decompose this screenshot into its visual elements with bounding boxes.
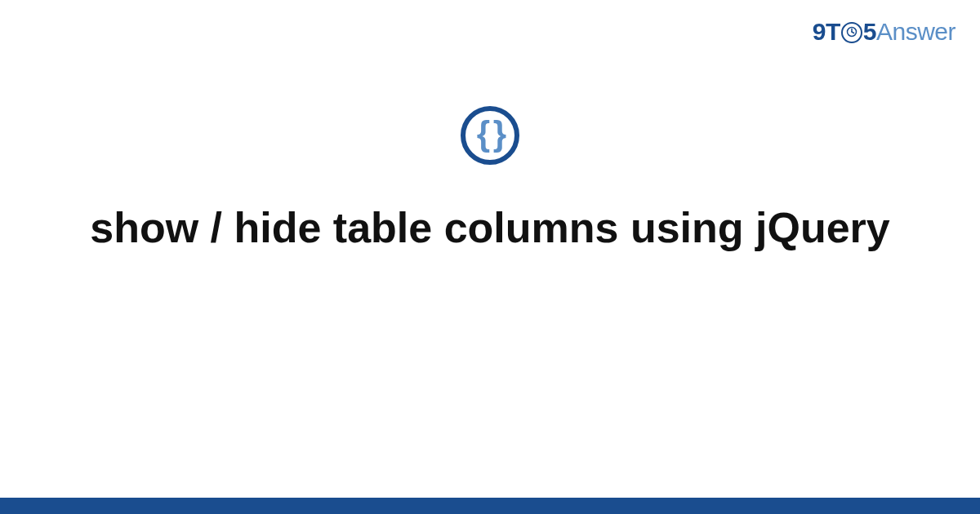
page-title: show / hide table columns using jQuery [57,201,923,255]
svg-line-2 [852,32,854,33]
clock-icon-inner [846,26,858,39]
main-content: { } show / hide table columns using jQue… [0,106,980,255]
clock-icon [841,22,862,43]
logo-text-answer: Answer [876,18,956,46]
logo-text-9t: 9T [813,18,840,46]
footer-bar [0,498,980,514]
category-badge: { } [461,106,519,165]
site-logo: 9T 5 Answer [813,18,956,46]
code-braces-icon: { } [477,117,503,151]
logo-text-5: 5 [863,18,876,46]
